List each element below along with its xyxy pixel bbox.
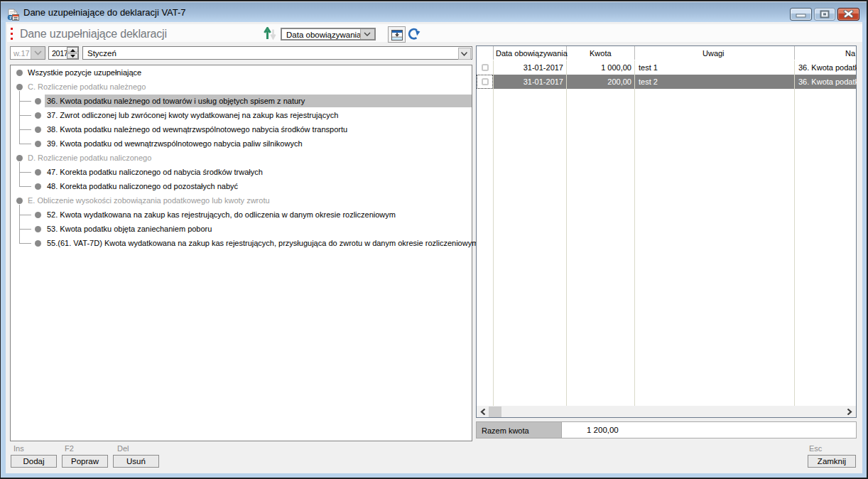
svg-text:T: T	[9, 16, 12, 20]
